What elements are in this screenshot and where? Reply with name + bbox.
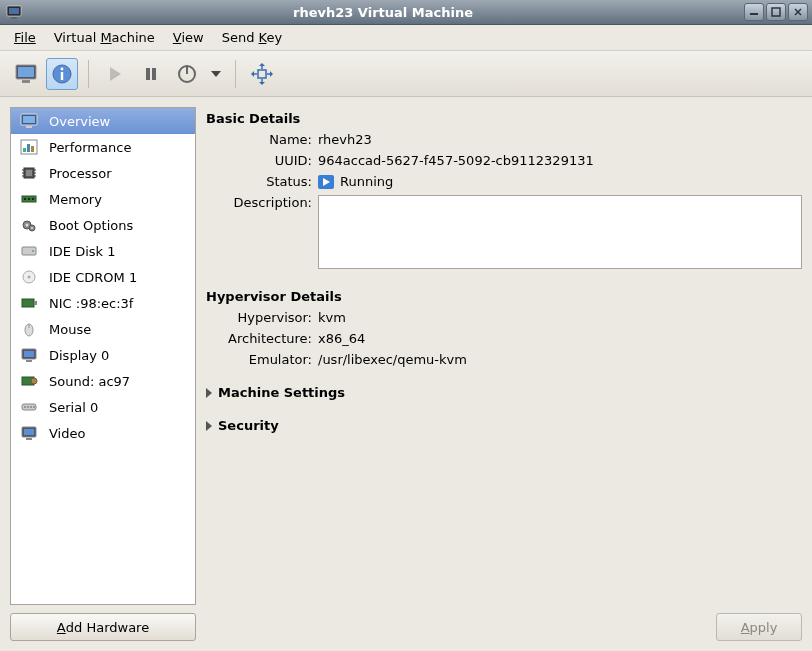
- svg-rect-44: [24, 198, 26, 200]
- sidebar-item-overview[interactable]: Overview: [11, 108, 195, 134]
- uuid-label: UUID:: [216, 153, 312, 168]
- emulator-label: Emulator:: [216, 352, 312, 367]
- sidebar-item-nic[interactable]: NIC :98:ec:3f: [11, 290, 195, 316]
- mouse-icon: [19, 320, 39, 338]
- hypervisor-label: Hypervisor:: [216, 310, 312, 325]
- sidebar-item-memory[interactable]: Memory: [11, 186, 195, 212]
- maximize-button[interactable]: [766, 3, 786, 21]
- expander-security[interactable]: Security: [206, 418, 802, 433]
- sidebar-item-label: Performance: [49, 140, 131, 155]
- sidebar-list[interactable]: Overview Performance Processor Memory Bo…: [10, 107, 196, 605]
- sidebar: Overview Performance Processor Memory Bo…: [10, 107, 196, 641]
- svg-rect-15: [152, 68, 156, 80]
- hypervisor-details-grid: Hypervisor: kvm Architecture: x86_64 Emu…: [216, 310, 802, 367]
- svg-rect-8: [18, 67, 34, 77]
- cdrom-icon: [19, 268, 39, 286]
- status-label: Status:: [216, 174, 312, 189]
- sidebar-item-label: Processor: [49, 166, 112, 181]
- fullscreen-button[interactable]: [246, 58, 278, 90]
- titlebar-app-icon: [6, 4, 22, 20]
- sidebar-item-mouse[interactable]: Mouse: [11, 316, 195, 342]
- menu-view[interactable]: View: [165, 28, 212, 47]
- sidebar-item-video[interactable]: Video: [11, 420, 195, 446]
- chevron-right-icon: [206, 421, 212, 431]
- sidebar-item-label: Boot Options: [49, 218, 133, 233]
- sound-icon: [19, 372, 39, 390]
- svg-rect-14: [146, 68, 150, 80]
- svg-marker-25: [259, 82, 265, 85]
- name-value: rhevh23: [318, 132, 802, 147]
- chevron-right-icon: [206, 388, 212, 398]
- play-icon: [318, 175, 334, 189]
- svg-rect-3: [750, 13, 758, 15]
- svg-point-50: [31, 227, 33, 229]
- svg-rect-71: [26, 438, 32, 440]
- svg-rect-4: [772, 8, 780, 16]
- svg-point-66: [27, 406, 29, 408]
- run-button[interactable]: [99, 58, 131, 90]
- window-title: rhevh23 Virtual Machine: [22, 5, 744, 20]
- apply-button[interactable]: Apply: [716, 613, 802, 641]
- architecture-label: Architecture:: [216, 331, 312, 346]
- svg-rect-55: [22, 299, 34, 307]
- sidebar-item-ide-disk[interactable]: IDE Disk 1: [11, 238, 195, 264]
- hypervisor-value: kvm: [318, 310, 802, 325]
- svg-rect-45: [28, 198, 30, 200]
- status-value: Running: [318, 174, 802, 189]
- power-dropdown[interactable]: [207, 58, 225, 90]
- svg-marker-18: [211, 71, 221, 77]
- power-button[interactable]: [171, 58, 203, 90]
- svg-rect-46: [32, 198, 34, 200]
- name-label: Name:: [216, 132, 312, 147]
- disk-icon: [19, 242, 39, 260]
- sidebar-item-processor[interactable]: Processor: [11, 160, 195, 186]
- toolbar-separator: [88, 60, 89, 88]
- basic-details-grid: Name: rhevh23 UUID: 964accad-5627-f457-5…: [216, 132, 802, 269]
- svg-point-48: [26, 224, 29, 227]
- architecture-value: x86_64: [318, 331, 802, 346]
- svg-point-11: [61, 67, 64, 70]
- monitor-icon: [19, 112, 39, 130]
- sidebar-item-label: Display 0: [49, 348, 109, 363]
- svg-rect-12: [61, 72, 63, 80]
- menu-send-key[interactable]: Send Key: [214, 28, 290, 47]
- sidebar-item-boot-options[interactable]: Boot Options: [11, 212, 195, 238]
- footer-buttons: Apply: [206, 613, 802, 641]
- description-input[interactable]: [318, 195, 802, 269]
- menu-virtual-machine[interactable]: Virtual Machine: [46, 28, 163, 47]
- svg-rect-36: [26, 170, 32, 176]
- menu-file[interactable]: File: [6, 28, 44, 47]
- svg-marker-24: [259, 63, 265, 66]
- nic-icon: [19, 294, 39, 312]
- close-button[interactable]: [788, 3, 808, 21]
- content: Overview Performance Processor Memory Bo…: [0, 97, 812, 651]
- sidebar-item-sound[interactable]: Sound: ac97: [11, 368, 195, 394]
- sidebar-item-label: IDE Disk 1: [49, 244, 116, 259]
- sidebar-item-label: Memory: [49, 192, 102, 207]
- description-label: Description:: [216, 195, 312, 210]
- sidebar-item-serial[interactable]: Serial 0: [11, 394, 195, 420]
- sidebar-item-ide-cdrom[interactable]: IDE CDROM 1: [11, 264, 195, 290]
- emulator-value: /usr/libexec/qemu-kvm: [318, 352, 802, 367]
- console-button[interactable]: [10, 58, 42, 90]
- minimize-button[interactable]: [744, 3, 764, 21]
- sidebar-item-display[interactable]: Display 0: [11, 342, 195, 368]
- svg-rect-34: [31, 146, 34, 152]
- video-icon: [19, 424, 39, 442]
- sidebar-item-label: Serial 0: [49, 400, 98, 415]
- expander-machine-settings[interactable]: Machine Settings: [206, 385, 802, 400]
- toolbar-separator: [235, 60, 236, 88]
- add-hardware-button[interactable]: Add Hardware: [10, 613, 196, 641]
- svg-marker-13: [110, 67, 121, 81]
- sidebar-item-performance[interactable]: Performance: [11, 134, 195, 160]
- svg-rect-56: [34, 301, 37, 305]
- svg-rect-2: [11, 17, 17, 19]
- svg-rect-61: [26, 360, 32, 362]
- details-button[interactable]: [46, 58, 78, 90]
- hypervisor-details-header: Hypervisor Details: [206, 289, 802, 304]
- basic-details-header: Basic Details: [206, 111, 802, 126]
- cpu-icon: [19, 164, 39, 182]
- svg-marker-26: [251, 71, 254, 77]
- svg-rect-19: [258, 70, 266, 78]
- pause-button[interactable]: [135, 58, 167, 90]
